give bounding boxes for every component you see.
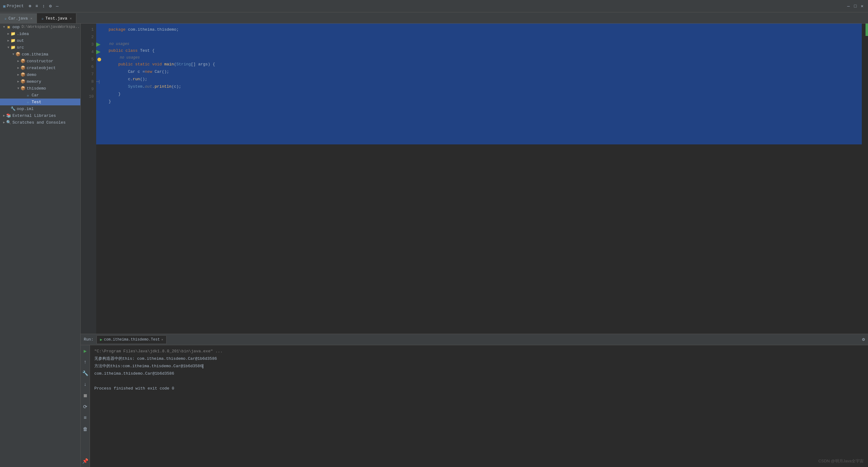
sidebar-item-com-itheima[interactable]: 📦 com.itheima (0, 51, 80, 58)
gutter-4[interactable] (96, 48, 105, 56)
watermark: CSDN @明月Java全宇宙 (818, 458, 864, 464)
tab-test-java[interactable]: ☕ Test.java ✕ (37, 13, 76, 23)
bottom-panel: Run: ▶ com.itheima.thisdemo.Test ✕ ⚙ ▶ ↑… (81, 334, 868, 467)
car-arrow (21, 93, 25, 97)
com-itheima-label: com.itheima (22, 52, 49, 57)
token-public-3: public (108, 47, 126, 55)
token-system (108, 83, 128, 91)
demo-label: demo (27, 72, 36, 77)
demo-arrow (16, 72, 21, 77)
src-arrow (6, 45, 10, 49)
memory-label: memory (27, 79, 41, 84)
test-arrow (21, 100, 25, 104)
token-package: package (108, 26, 128, 33)
run-tab-icon: ▶ (100, 337, 102, 342)
run-scroll-icon[interactable]: ≡ (82, 414, 89, 422)
main-layout: ▣ oop D:\Workspace\javaWorkspa... 📁 .ide… (0, 24, 868, 467)
run-label: Run: (84, 337, 93, 342)
test-file-label: Test (32, 100, 41, 104)
out-label: out (17, 38, 24, 43)
ext-icon: 📚 (6, 113, 11, 118)
code-line-4: public static void main(String[] args) { (108, 61, 864, 68)
no-usages-annotation-4: no usages (108, 55, 864, 61)
car-java-close[interactable]: ✕ (30, 16, 33, 21)
scratches-arrow (2, 120, 6, 125)
run-tab[interactable]: ▶ com.itheima.thisdemo.Test ✕ (96, 335, 166, 344)
token-car-decl: Car c = (108, 68, 145, 76)
sidebar-item-src[interactable]: 📁 src (0, 44, 80, 51)
thisdemo-icon: 📦 (21, 86, 25, 91)
settings-icon[interactable]: ⚙ (48, 4, 53, 9)
sidebar-item-test[interactable]: ☕ Test (0, 99, 80, 105)
gutter-3[interactable] (96, 41, 105, 48)
sidebar-item-oop-iml[interactable]: 🔧 oop.iml (0, 105, 80, 112)
sidebar-item-memory[interactable]: 📦 memory (0, 78, 80, 85)
token-string-type: String (176, 61, 191, 68)
navigate-icon[interactable]: ⊕ (27, 4, 32, 9)
code-content[interactable]: package com.itheima.thisdemo; no usages … (105, 24, 868, 334)
fold-icon-8[interactable]: ─┤ (96, 80, 100, 84)
run-stop-icon[interactable]: ⏹ (82, 392, 89, 399)
sidebar-item-out[interactable]: 📁 out (0, 37, 80, 44)
com-itheima-arrow (11, 52, 16, 57)
no-usages-text-3: no usages (109, 40, 129, 48)
out-arrow (6, 38, 10, 43)
code-editor[interactable]: 1 2 3 4 5 6 7 8 9 10 (81, 24, 868, 334)
sidebar-item-thisdemo[interactable]: 📦 thisdemo (0, 85, 80, 92)
console-line-3: 方法中的this:com.itheima.thisdemo.Car@1b6d35… (94, 363, 864, 370)
title-bar: ▣ Project ⊕ ≡ ↕ ⚙ — — □ ✕ (0, 0, 868, 12)
sidebar-item-ext-libraries[interactable]: 📚 External Libraries (0, 112, 80, 119)
token-close-brace-1: } (108, 91, 121, 98)
sidebar-item-constructor[interactable]: 📦 constructor (0, 58, 80, 64)
run-wrench-icon[interactable]: 🔧 (82, 370, 89, 377)
iml-arrow (6, 107, 10, 111)
run-icon-4[interactable] (96, 50, 100, 54)
run-tab-close[interactable]: ✕ (161, 338, 163, 341)
com-itheima-icon: 📦 (16, 52, 21, 57)
minimize-icon[interactable]: — (55, 4, 60, 9)
code-status-check (866, 24, 868, 36)
settings-gear-icon[interactable]: ⚙ (862, 337, 865, 342)
bookmark-dot-5 (97, 58, 101, 61)
oop-path: D:\Workspace\javaWorkspa... (22, 25, 81, 29)
sidebar-item-demo[interactable]: 📦 demo (0, 71, 80, 78)
hierarchy-icon[interactable]: ↕ (41, 4, 46, 9)
run-rerun-icon[interactable]: ⟳ (82, 403, 89, 410)
run-play-icon[interactable]: ▶ (82, 348, 89, 355)
test-java-label: Test.java (45, 16, 67, 21)
sidebar-item-oop[interactable]: ▣ oop D:\Workspace\javaWorkspa... (0, 24, 80, 30)
iml-icon: 🔧 (10, 106, 16, 111)
run-down-icon[interactable]: ↓ (82, 381, 89, 388)
token-main-params: ( (174, 61, 177, 68)
car-java-icon: ☕ (4, 16, 6, 21)
project-icon: ▣ (3, 4, 6, 9)
line-num-2: 2 (81, 33, 94, 41)
code-line-1: package com.itheima.thisdemo; (108, 26, 864, 33)
run-sidebar: ▶ ↑ 🔧 ↓ ⏹ ⟳ ≡ 🗑 📌 (81, 345, 90, 467)
thisdemo-label: thisdemo (27, 86, 46, 91)
code-line-5: Car c =new Car(); (108, 68, 864, 76)
scratches-icon: 🔍 (6, 120, 11, 125)
test-java-close[interactable]: ✕ (70, 16, 72, 21)
gutter-7 (96, 71, 105, 78)
code-line-10 (108, 105, 864, 113)
run-up-icon[interactable]: ↑ (82, 359, 89, 366)
window-maximize[interactable]: □ (852, 3, 858, 9)
line-num-9: 9 (81, 86, 94, 93)
sidebar-item-createobject[interactable]: 📦 createobject (0, 64, 80, 71)
code-line-3: public class Test { (108, 47, 864, 55)
run-clear-icon[interactable]: 🗑 (82, 426, 89, 433)
structure-icon[interactable]: ≡ (34, 4, 39, 9)
window-close[interactable]: ✕ (859, 3, 865, 9)
token-pkg-name: com.itheima.thisdemo; (128, 26, 179, 33)
code-line-6: c.run(); (108, 76, 864, 83)
tab-car-java[interactable]: ☕ Car.java ✕ (0, 13, 37, 23)
sidebar-item-scratches[interactable]: 🔍 Scratches and Consoles (0, 119, 80, 126)
idea-arrow (6, 32, 10, 36)
run-pin-icon[interactable]: 📌 (82, 458, 89, 465)
sidebar-item-idea[interactable]: 📁 .idea (0, 30, 80, 37)
run-icon-3[interactable] (96, 42, 100, 47)
sidebar-item-car[interactable]: ☕ Car (0, 92, 80, 99)
gutter-10 (96, 93, 105, 100)
window-minimize[interactable]: — (846, 3, 851, 9)
